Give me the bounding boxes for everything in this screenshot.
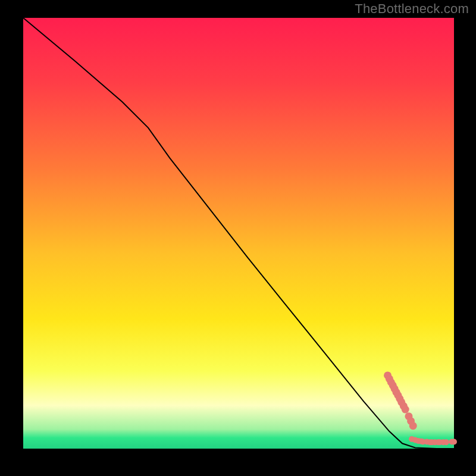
watermark-text: TheBottleneck.com <box>355 1 469 17</box>
data-dot <box>402 406 409 414</box>
data-dot <box>451 439 457 444</box>
data-dot <box>443 439 449 445</box>
data-dot <box>409 422 417 430</box>
chart-canvas <box>0 0 476 476</box>
chart-frame: TheBottleneck.com <box>0 0 476 476</box>
